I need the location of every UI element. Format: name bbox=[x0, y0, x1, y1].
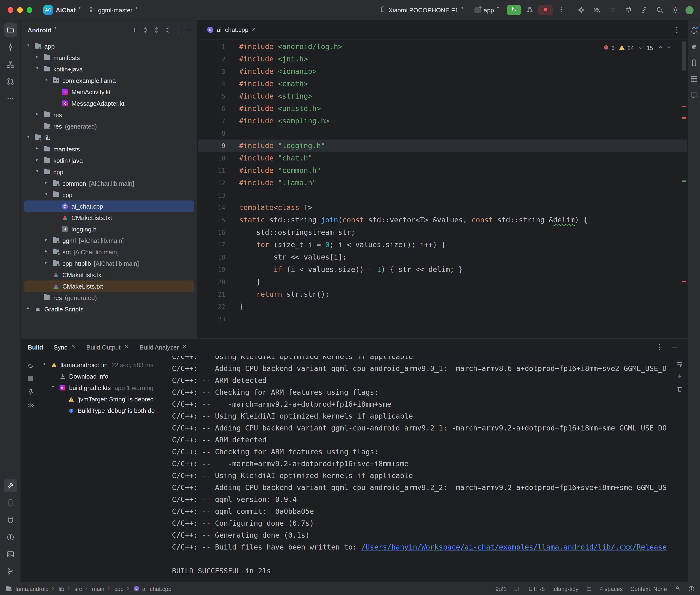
scrollbar-thumb[interactable] bbox=[682, 41, 686, 72]
pin-tab-button[interactable] bbox=[25, 387, 36, 397]
gradle-tool-button[interactable] bbox=[689, 41, 699, 52]
code-area[interactable]: 1#include <android/log.h>2#include <jni.… bbox=[198, 39, 688, 338]
stop-build-button[interactable] bbox=[25, 373, 36, 384]
ai-assistant-button[interactable] bbox=[576, 4, 587, 16]
version-control-tool-button[interactable] bbox=[4, 565, 17, 578]
tree-item-ai-chat-cpp[interactable]: Cai_chat.cpp bbox=[24, 200, 194, 212]
close-tab-icon[interactable] bbox=[183, 344, 188, 350]
editor-tab[interactable]: C ai_chat.cpp bbox=[202, 21, 261, 39]
inspections-widget[interactable]: 3 24 15 bbox=[600, 43, 675, 53]
tree-item-common[interactable]: common[AiChat.lib.main] bbox=[24, 178, 194, 189]
tree-item-kotlin-java[interactable]: kotlin+java bbox=[24, 155, 194, 166]
close-tab-icon[interactable] bbox=[71, 344, 76, 350]
settings-button[interactable] bbox=[670, 4, 681, 16]
tree-item-app[interactable]: app bbox=[24, 40, 194, 52]
chevron-collapsed-icon[interactable] bbox=[26, 305, 33, 313]
chevron-collapsed-icon[interactable] bbox=[44, 237, 52, 244]
change-stripe-mark[interactable] bbox=[682, 180, 687, 182]
view-options-button[interactable] bbox=[25, 400, 36, 410]
chevron-expanded-icon[interactable] bbox=[26, 134, 33, 141]
locate-file-button[interactable] bbox=[140, 25, 150, 35]
project-view-selector[interactable]: Android bbox=[28, 26, 52, 34]
breadcrumb-item-llama-android[interactable]: llama.android bbox=[6, 586, 49, 592]
structure-tool-button[interactable] bbox=[4, 58, 17, 71]
error-stripe-mark[interactable] bbox=[682, 281, 687, 282]
project-tool-button[interactable] bbox=[4, 23, 17, 37]
project-widget[interactable]: AC AiChat bbox=[40, 4, 86, 16]
error-stripe[interactable] bbox=[681, 39, 688, 338]
remote-link-button[interactable] bbox=[638, 4, 650, 16]
notifications-tool-button[interactable] bbox=[689, 25, 699, 36]
info-icon[interactable] bbox=[688, 586, 695, 592]
tree-item-messageadapter-kt[interactable]: KMessageAdapter.kt bbox=[24, 97, 194, 109]
device-selector[interactable]: Xiaomi POCOPHONE F1 bbox=[376, 5, 468, 15]
caret-position[interactable]: 9:21 bbox=[496, 586, 507, 592]
more-tool-button[interactable] bbox=[4, 92, 17, 105]
chevron-collapsed-icon[interactable] bbox=[44, 179, 52, 187]
editor-tab-options-button[interactable] bbox=[671, 24, 682, 35]
build-tree-item-buildtype-debug-is-both-de[interactable]: BuildType 'debug' is both de bbox=[40, 405, 168, 416]
stop-button[interactable] bbox=[538, 5, 553, 15]
clear-console-button[interactable] bbox=[674, 384, 685, 394]
tree-item-ggml[interactable]: ggml[AiChat.lib.main] bbox=[24, 235, 194, 246]
problems-tool-button[interactable] bbox=[4, 531, 17, 544]
build-tab-build-output[interactable]: Build Output bbox=[86, 344, 129, 351]
error-stripe-mark[interactable] bbox=[682, 117, 687, 119]
tree-item-manifests[interactable]: manifests bbox=[24, 143, 194, 155]
chevron-collapsed-icon[interactable] bbox=[44, 248, 52, 256]
tree-item-cmakelists-txt[interactable]: CMakeLists.txt bbox=[24, 281, 194, 292]
build-output-link[interactable]: /Users/hanyin/Workspace/ai-chat/examples… bbox=[361, 543, 667, 551]
build-options-button[interactable] bbox=[654, 341, 666, 353]
tree-item-lib[interactable]: lib bbox=[24, 132, 194, 143]
device-manager-tool-button[interactable] bbox=[4, 496, 17, 510]
minimize-window-button[interactable] bbox=[17, 7, 23, 13]
tree-item-com-example-llama[interactable]: com.example.llama bbox=[24, 75, 194, 86]
build-tree-item-build-gradle-kts[interactable]: Kbuild.gradle.ktsapp 1 warning bbox=[40, 382, 168, 393]
previous-problem-button[interactable] bbox=[657, 44, 664, 52]
expand-all-button[interactable] bbox=[151, 25, 162, 35]
clang-tidy-config[interactable]: .clang-tidy bbox=[552, 586, 578, 592]
branch-widget[interactable]: ggml-master bbox=[86, 5, 143, 15]
line-separator[interactable]: LF bbox=[514, 586, 521, 592]
file-encoding[interactable]: UTF-8 bbox=[529, 586, 545, 592]
breadcrumb-item-ai-chat-cpp[interactable]: Cai_chat.cpp bbox=[134, 586, 171, 592]
panel-options-button[interactable] bbox=[173, 25, 184, 35]
collapse-all-button[interactable] bbox=[162, 25, 172, 35]
lock-icon[interactable] bbox=[674, 586, 681, 592]
build-tab-build-analyzer[interactable]: Build Analyzer bbox=[140, 344, 188, 351]
chevron-expanded-icon[interactable] bbox=[44, 191, 52, 199]
tree-item-gradle-scripts[interactable]: Gradle Scripts bbox=[24, 303, 194, 315]
user-avatar[interactable] bbox=[685, 6, 694, 14]
rerun-build-button[interactable] bbox=[25, 360, 36, 370]
chevron-expanded-icon[interactable] bbox=[51, 384, 58, 391]
layout-inspector-tool-button[interactable] bbox=[689, 74, 699, 84]
debug-button[interactable] bbox=[524, 4, 535, 16]
build-tree-item-jvmtarget-string-is-deprec[interactable]: 'jvmTarget: String' is deprec bbox=[40, 393, 168, 405]
build-tool-button[interactable] bbox=[4, 479, 17, 492]
chevron-expanded-icon[interactable] bbox=[35, 65, 43, 73]
build-tree-item-download-info[interactable]: Download info bbox=[40, 370, 168, 382]
chevron-collapsed-icon[interactable] bbox=[35, 157, 43, 164]
chevron-collapsed-icon[interactable] bbox=[35, 111, 43, 119]
hide-panel-button[interactable] bbox=[184, 25, 194, 35]
tree-item-manifests[interactable]: manifests bbox=[24, 52, 194, 63]
breadcrumb-item-src[interactable]: src bbox=[74, 586, 82, 592]
pull-requests-tool-button[interactable] bbox=[4, 75, 17, 88]
close-tab-icon[interactable] bbox=[252, 26, 256, 33]
terminal-tool-button[interactable] bbox=[4, 548, 17, 561]
tree-item-cpp[interactable]: cpp bbox=[24, 166, 194, 178]
tree-item-res[interactable]: res(generated) bbox=[24, 120, 194, 132]
code-with-me-button[interactable] bbox=[591, 4, 603, 16]
breadcrumb-item-cpp[interactable]: cpp bbox=[114, 586, 123, 592]
chevron-collapsed-icon[interactable] bbox=[35, 145, 43, 153]
commit-tool-button[interactable] bbox=[4, 40, 17, 54]
tree-item-kotlin-java[interactable]: kotlin+java bbox=[24, 63, 194, 75]
tree-item-cmakelists-txt[interactable]: CMakeLists.txt bbox=[24, 212, 194, 223]
resolve-context[interactable]: Context: None bbox=[631, 586, 667, 592]
error-stripe-mark[interactable] bbox=[682, 106, 687, 107]
search-button[interactable] bbox=[654, 4, 666, 16]
plugins-button[interactable] bbox=[623, 4, 634, 16]
tree-item-mainactivity-kt[interactable]: KMainActivity.kt bbox=[24, 86, 194, 97]
todo-button[interactable] bbox=[607, 4, 618, 16]
breadcrumb-item-main[interactable]: main bbox=[92, 586, 104, 592]
